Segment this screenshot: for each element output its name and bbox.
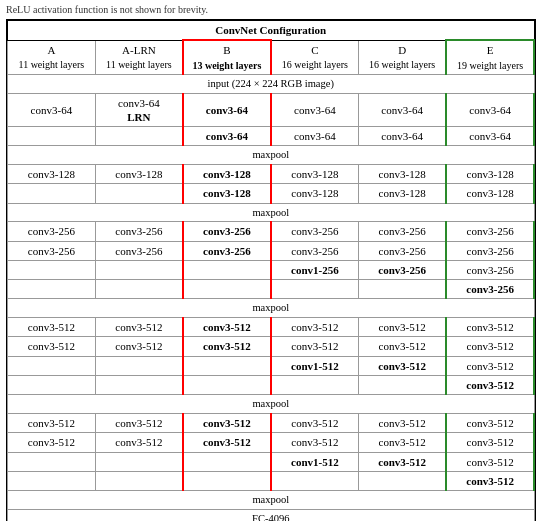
cell-c11: conv1-512 [271,356,359,375]
cell-alrn1: conv3-64LRN [95,93,183,127]
cell-a4 [8,184,96,203]
cell-b2: conv3-64 [183,127,271,146]
caption-text: ReLU activation function is not shown fo… [6,4,536,15]
cell-e11: conv3-512 [446,356,534,375]
cell-alrn7 [95,260,183,279]
convnet-table: ConvNet Configuration A 11 weight layers… [7,20,535,521]
cell-a3: conv3-128 [8,165,96,184]
cell-a13: conv3-512 [8,413,96,432]
conv512b-row3: conv1-512 conv3-512 conv3-512 [8,452,535,471]
header-row: A 11 weight layers A-LRN 11 weight layer… [8,40,535,74]
cell-a6: conv3-256 [8,241,96,260]
cell-a10: conv3-512 [8,337,96,356]
cell-b7 [183,260,271,279]
cell-d6: conv3-256 [359,241,447,260]
cell-alrn6: conv3-256 [95,241,183,260]
conv128-row1: conv3-128 conv3-128 conv3-128 conv3-128 … [8,165,535,184]
cell-c2: conv3-64 [271,127,359,146]
cell-e1: conv3-64 [446,93,534,127]
cell-e14: conv3-512 [446,433,534,452]
cell-c13: conv3-512 [271,413,359,432]
col-header-e: E 19 weight layers [446,40,534,74]
conv512b-row1: conv3-512 conv3-512 conv3-512 conv3-512 … [8,413,535,432]
input-label: input (224 × 224 RGB image) [8,74,535,93]
table-title: ConvNet Configuration [8,21,535,41]
conv512a-row1: conv3-512 conv3-512 conv3-512 conv3-512 … [8,318,535,337]
conv256-row2: conv3-256 conv3-256 conv3-256 conv3-256 … [8,241,535,260]
cell-b12 [183,376,271,395]
cell-c16 [271,471,359,490]
cell-alrn3: conv3-128 [95,165,183,184]
cell-b14: conv3-512 [183,433,271,452]
cell-a14: conv3-512 [8,433,96,452]
cell-alrn12 [95,376,183,395]
cell-b3: conv3-128 [183,165,271,184]
conv512a-row2: conv3-512 conv3-512 conv3-512 conv3-512 … [8,337,535,356]
cell-alrn4 [95,184,183,203]
input-row: input (224 × 224 RGB image) [8,74,535,93]
title-row: ConvNet Configuration [8,21,535,41]
cell-c10: conv3-512 [271,337,359,356]
cell-d10: conv3-512 [359,337,447,356]
cell-d8 [359,280,447,299]
cell-b15 [183,452,271,471]
cell-d12 [359,376,447,395]
cell-e13: conv3-512 [446,413,534,432]
page-container: ReLU activation function is not shown fo… [0,0,542,521]
cell-alrn2 [95,127,183,146]
cell-c15: conv1-512 [271,452,359,471]
fc4096-1-label: FC-4096 [8,509,535,521]
maxpool3-label: maxpool [8,299,535,318]
maxpool1-label: maxpool [8,146,535,165]
cell-d7: conv3-256 [359,260,447,279]
col-header-c: C 16 weight layers [271,40,359,74]
cell-a15 [8,452,96,471]
cell-a12 [8,376,96,395]
maxpool4-label: maxpool [8,395,535,414]
cell-b11 [183,356,271,375]
cell-b8 [183,280,271,299]
cell-e16: conv3-512 [446,471,534,490]
cell-b4: conv3-128 [183,184,271,203]
cell-a8 [8,280,96,299]
conv512a-row3: conv1-512 conv3-512 conv3-512 [8,356,535,375]
cell-a9: conv3-512 [8,318,96,337]
cell-c1: conv3-64 [271,93,359,127]
cell-c6: conv3-256 [271,241,359,260]
cell-a2 [8,127,96,146]
cell-a16 [8,471,96,490]
cell-e5: conv3-256 [446,222,534,241]
cell-d13: conv3-512 [359,413,447,432]
cell-alrn8 [95,280,183,299]
table-wrapper: ConvNet Configuration A 11 weight layers… [6,19,536,521]
conv256-row3: conv1-256 conv3-256 conv3-256 [8,260,535,279]
cell-c8 [271,280,359,299]
conv512b-row4: conv3-512 [8,471,535,490]
cell-e3: conv3-128 [446,165,534,184]
maxpool2-label: maxpool [8,203,535,222]
cell-d14: conv3-512 [359,433,447,452]
cell-alrn10: conv3-512 [95,337,183,356]
cell-e2: conv3-64 [446,127,534,146]
conv128-row2: conv3-128 conv3-128 conv3-128 conv3-128 [8,184,535,203]
cell-b9: conv3-512 [183,318,271,337]
cell-d3: conv3-128 [359,165,447,184]
conv64-row1: conv3-64 conv3-64LRN conv3-64 conv3-64 c… [8,93,535,127]
cell-alrn9: conv3-512 [95,318,183,337]
cell-e6: conv3-256 [446,241,534,260]
cell-b1: conv3-64 [183,93,271,127]
maxpool5-row: maxpool [8,491,535,510]
cell-alrn15 [95,452,183,471]
col-header-alrn: A-LRN 11 weight layers [95,40,183,74]
cell-b13: conv3-512 [183,413,271,432]
cell-e15: conv3-512 [446,452,534,471]
maxpool2-row: maxpool [8,203,535,222]
cell-a7 [8,260,96,279]
col-header-b: B 13 weight layers [183,40,271,74]
cell-c4: conv3-128 [271,184,359,203]
cell-alrn11 [95,356,183,375]
conv512a-row4: conv3-512 [8,376,535,395]
cell-d5: conv3-256 [359,222,447,241]
cell-e4: conv3-128 [446,184,534,203]
cell-e12: conv3-512 [446,376,534,395]
